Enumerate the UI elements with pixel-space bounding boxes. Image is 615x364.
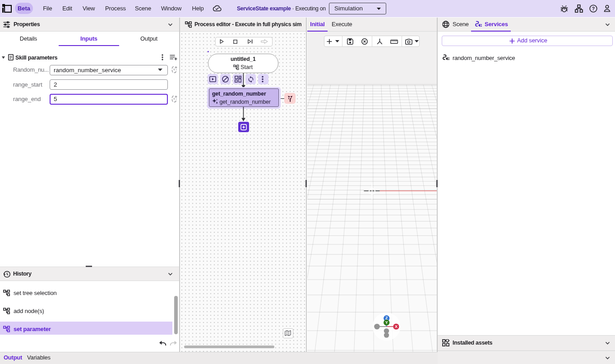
- svg-text:?: ?: [592, 6, 595, 11]
- svg-text:Y: Y: [385, 320, 388, 325]
- svg-text:X: X: [394, 324, 397, 329]
